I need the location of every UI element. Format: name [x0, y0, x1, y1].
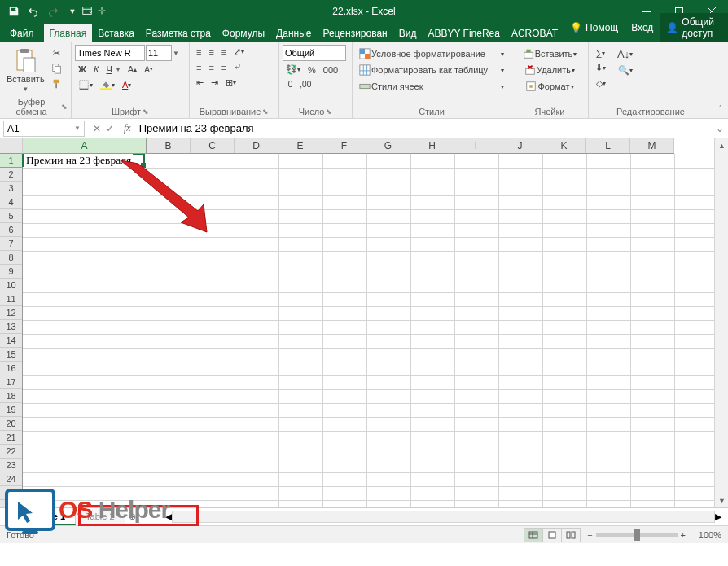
horizontal-scrollbar[interactable]: ◀ ▶: [165, 511, 721, 523]
vertical-scrollbar[interactable]: ▲ ▼: [714, 138, 728, 507]
name-box[interactable]: A1▼: [3, 121, 85, 137]
tab-view[interactable]: Вид: [393, 24, 423, 42]
format-painter-button[interactable]: [48, 77, 66, 91]
column-header-A[interactable]: A: [23, 138, 147, 153]
wrap-text-button[interactable]: ⤶: [230, 60, 244, 74]
row-header-7[interactable]: 7: [0, 237, 22, 251]
row-header-4[interactable]: 4: [0, 195, 22, 209]
increase-indent-button[interactable]: ⇥: [208, 76, 221, 90]
accounting-button[interactable]: 💱▾: [283, 63, 304, 77]
sheet-prev-icon[interactable]: ◀: [5, 512, 11, 521]
align-bottom-button[interactable]: ≡: [218, 46, 230, 59]
row-header-13[interactable]: 13: [0, 320, 22, 334]
tab-acrobat[interactable]: ACROBAT: [506, 24, 564, 42]
align-left-button[interactable]: ≡: [193, 61, 204, 74]
underline-button[interactable]: Ч: [103, 63, 115, 76]
scroll-up-icon[interactable]: ▲: [715, 138, 728, 152]
tab-data[interactable]: Данные: [270, 24, 317, 42]
tab-abbyy[interactable]: ABBYY FineRea: [422, 24, 506, 42]
column-header-H[interactable]: H: [410, 138, 454, 153]
qat-customize-icon[interactable]: ▼: [64, 3, 81, 20]
paste-button[interactable]: Вставить ▼: [3, 45, 48, 95]
row-header-14[interactable]: 14: [0, 334, 22, 348]
align-middle-button[interactable]: ≡: [205, 46, 217, 59]
comma-button[interactable]: 000: [320, 64, 341, 77]
row-header-17[interactable]: 17: [0, 375, 22, 389]
row-header-3[interactable]: 3: [0, 182, 22, 195]
enter-formula-icon[interactable]: ✓: [106, 123, 114, 134]
column-header-B[interactable]: B: [147, 138, 191, 153]
conditional-formatting-button[interactable]: Условное форматирование▾: [356, 46, 507, 61]
column-header-K[interactable]: K: [542, 138, 586, 153]
column-header-M[interactable]: M: [630, 138, 674, 153]
column-header-E[interactable]: E: [278, 138, 322, 153]
number-format-combo[interactable]: [283, 45, 346, 61]
find-select-button[interactable]: 🔍▾: [614, 64, 636, 77]
signin-button[interactable]: Вход: [625, 19, 660, 37]
format-as-table-button[interactable]: Форматировать как таблицу▾: [356, 63, 507, 77]
align-launcher-icon[interactable]: ⬊: [262, 107, 269, 116]
italic-button[interactable]: К: [90, 63, 102, 76]
borders-button[interactable]: ▾: [75, 77, 96, 92]
font-color-button[interactable]: A▾: [119, 78, 134, 91]
number-launcher-icon[interactable]: ⬊: [326, 107, 332, 116]
undo-icon[interactable]: [24, 3, 42, 20]
zoom-slider[interactable]: [596, 533, 678, 537]
save-icon[interactable]: [5, 3, 23, 20]
font-size-combo[interactable]: [146, 45, 172, 61]
row-header-25[interactable]: 25: [0, 486, 22, 500]
cell-styles-button[interactable]: Стили ячеек▾: [356, 79, 507, 94]
fill-button[interactable]: ⬇▾: [592, 61, 609, 75]
row-header-10[interactable]: 10: [0, 279, 22, 292]
bold-button[interactable]: Ж: [75, 63, 90, 76]
copy-button[interactable]: [48, 61, 66, 76]
formula-input[interactable]: [136, 122, 712, 134]
decrease-font-button[interactable]: A▾: [141, 64, 156, 76]
font-launcher-icon[interactable]: ⬊: [143, 107, 149, 116]
align-center-button[interactable]: ≡: [205, 61, 217, 74]
row-header-12[interactable]: 12: [0, 306, 22, 320]
increase-decimal-button[interactable]: ,0: [283, 78, 296, 90]
row-header-18[interactable]: 18: [0, 389, 22, 403]
tab-home[interactable]: Главная: [44, 24, 93, 42]
decrease-decimal-button[interactable]: ,00: [296, 78, 314, 90]
tab-layout[interactable]: Разметка стра: [140, 24, 217, 42]
share-button[interactable]: 👤Общий доступ: [660, 13, 728, 42]
sheet-next-icon[interactable]: ▶: [13, 512, 20, 521]
row-header-15[interactable]: 15: [0, 348, 22, 362]
font-name-combo[interactable]: [75, 45, 145, 61]
tab-file[interactable]: Файл: [0, 24, 44, 42]
zoom-out-button[interactable]: −: [587, 530, 592, 540]
row-header-2[interactable]: 2: [0, 168, 22, 182]
row-header-11[interactable]: 11: [0, 292, 22, 306]
align-right-button[interactable]: ≡: [218, 61, 230, 74]
increase-font-button[interactable]: A▴: [125, 63, 140, 76]
row-header-16[interactable]: 16: [0, 362, 22, 375]
scroll-down-icon[interactable]: ▼: [715, 494, 728, 507]
tell-me-button[interactable]: 💡Помощ: [564, 19, 625, 37]
sheet-tab-2[interactable]: Table 2: [75, 509, 125, 524]
scroll-left-icon[interactable]: ◀: [165, 511, 172, 522]
clipboard-launcher-icon[interactable]: ⬊: [61, 103, 68, 111]
column-header-G[interactable]: G: [366, 138, 410, 153]
row-header-24[interactable]: 24: [0, 472, 22, 486]
percent-button[interactable]: %: [305, 64, 319, 77]
collapse-ribbon-icon[interactable]: ˄: [718, 104, 723, 115]
tab-review[interactable]: Рецензирован: [317, 24, 393, 42]
row-header-6[interactable]: 6: [0, 223, 22, 237]
fx-icon[interactable]: fx: [119, 122, 136, 134]
row-header-1[interactable]: 1: [0, 154, 22, 168]
row-header-5[interactable]: 5: [0, 209, 22, 223]
page-break-view-button[interactable]: [561, 528, 581, 542]
touch-mode-icon[interactable]: [96, 5, 107, 19]
column-header-D[interactable]: D: [235, 138, 278, 153]
column-header-C[interactable]: C: [191, 138, 235, 153]
column-header-I[interactable]: I: [454, 138, 498, 153]
select-all-corner[interactable]: [0, 138, 23, 154]
decrease-indent-button[interactable]: ⇤: [193, 76, 207, 90]
orientation-button[interactable]: ⤢▾: [230, 45, 248, 59]
ribbon-options-icon[interactable]: [81, 5, 93, 19]
page-layout-view-button[interactable]: [542, 528, 562, 542]
row-header-21[interactable]: 21: [0, 431, 22, 445]
autosum-button[interactable]: ∑▾: [592, 46, 609, 59]
